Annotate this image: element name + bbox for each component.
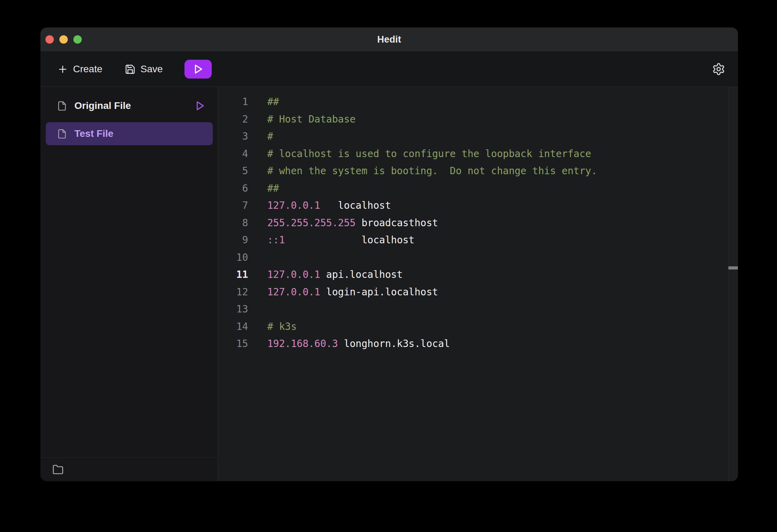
line-number: 14	[218, 318, 248, 335]
code-segment-plain	[356, 217, 362, 229]
scrollbar-track[interactable]	[728, 87, 738, 481]
code-segment-comment: # when the system is booting. Do not cha…	[267, 165, 597, 177]
code-segment-host: broadcasthost	[362, 217, 438, 229]
line-text: 192.168.60.3 longhorn.k3s.local	[267, 335, 450, 353]
scrollbar-thumb[interactable]	[728, 266, 738, 269]
file-icon	[57, 129, 67, 139]
line-text: # Host Database	[267, 111, 356, 128]
line-text: # localhost is used to configure the loo…	[267, 145, 591, 163]
sidebar: Original File Test File	[41, 87, 218, 481]
line-number: 2	[218, 111, 248, 128]
code-line: 9 ::1 localhost	[218, 231, 738, 249]
line-number: 11	[218, 266, 248, 283]
line-number: 13	[218, 301, 248, 318]
code-lines: 1 ## 2 # Host Database 3 # 4 # localhost…	[218, 93, 738, 353]
line-number: 8	[218, 214, 248, 232]
toolbar: Create Save	[41, 52, 738, 87]
code-line: 12 127.0.0.1 login-api.localhost	[218, 283, 738, 301]
code-segment-host: localhost	[338, 200, 391, 211]
gear-icon	[712, 62, 725, 76]
sidebar-file-item[interactable]: Original File	[46, 94, 213, 117]
file-list: Original File Test File	[41, 87, 218, 457]
code-segment-ip: ::1	[267, 234, 285, 246]
create-button[interactable]: Create	[57, 64, 102, 75]
line-text: 255.255.255.255 broadcasthost	[267, 214, 438, 232]
settings-button[interactable]	[712, 62, 725, 76]
line-number: 10	[218, 249, 248, 266]
code-line: 11 127.0.0.1 api.localhost	[218, 266, 738, 283]
save-button-label: Save	[140, 64, 163, 75]
code-segment-host: api.localhost	[326, 269, 403, 280]
code-segment-ip: 127.0.0.1	[267, 286, 320, 298]
line-text: # when the system is booting. Do not cha…	[267, 162, 597, 180]
run-icon	[193, 64, 203, 74]
line-number: 6	[218, 180, 248, 197]
code-segment-comment: ##	[267, 183, 279, 194]
code-line: 14 # k3s	[218, 318, 738, 335]
file-icon	[57, 101, 67, 111]
code-line: 1 ##	[218, 93, 738, 111]
code-line: 5 # when the system is booting. Do not c…	[218, 162, 738, 180]
line-number: 9	[218, 231, 248, 249]
line-text: 127.0.0.1 localhost	[267, 197, 391, 214]
run-button[interactable]	[184, 60, 212, 79]
code-line: 3 #	[218, 128, 738, 145]
code-segment-plain	[320, 286, 326, 298]
line-number: 4	[218, 145, 248, 163]
line-number: 7	[218, 197, 248, 214]
line-text: 127.0.0.1 api.localhost	[267, 266, 403, 283]
code-segment-comment: #	[267, 131, 273, 142]
code-line: 10	[218, 249, 738, 266]
code-line: 15 192.168.60.3 longhorn.k3s.local	[218, 335, 738, 353]
line-text: 127.0.0.1 login-api.localhost	[267, 283, 438, 301]
window-title: Hedit	[41, 34, 738, 45]
code-line: 2 # Host Database	[218, 111, 738, 128]
folder-icon[interactable]	[52, 464, 64, 475]
play-icon[interactable]	[195, 101, 205, 111]
file-item-label: Test File	[74, 128, 114, 139]
save-icon	[125, 64, 136, 75]
code-segment-host: longhorn.k3s.local	[344, 338, 450, 349]
code-segment-comment: # localhost is used to configure the loo…	[267, 148, 591, 160]
sidebar-footer	[41, 457, 218, 481]
line-text: ::1 localhost	[267, 231, 414, 249]
code-segment-host: login-api.localhost	[326, 286, 438, 298]
line-number: 3	[218, 128, 248, 145]
code-editor[interactable]: 1 ## 2 # Host Database 3 # 4 # localhost…	[218, 87, 738, 481]
line-number: 15	[218, 335, 248, 353]
line-text: # k3s	[267, 318, 297, 335]
save-button[interactable]: Save	[125, 64, 163, 75]
code-line: 7 127.0.0.1 localhost	[218, 197, 738, 214]
code-segment-comment: # Host Database	[267, 113, 356, 125]
code-segment-host: localhost	[362, 234, 415, 246]
code-line: 8 255.255.255.255 broadcasthost	[218, 214, 738, 232]
app-window: Hedit Create Save Original File Test Fil…	[41, 28, 738, 481]
line-text: #	[267, 128, 273, 145]
code-segment-plain	[285, 234, 362, 246]
code-segment-ip: 127.0.0.1	[267, 269, 320, 280]
code-line: 13	[218, 301, 738, 318]
line-number: 5	[218, 162, 248, 180]
code-segment-plain	[320, 200, 338, 211]
file-item-label: Original File	[74, 100, 131, 111]
code-line: 6 ##	[218, 180, 738, 197]
main-content: Original File Test File 1 ## 2 # Host Da…	[41, 87, 738, 481]
title-bar: Hedit	[41, 28, 738, 52]
code-line: 4 # localhost is used to configure the l…	[218, 145, 738, 163]
code-segment-comment: # k3s	[267, 321, 297, 332]
line-number: 1	[218, 93, 248, 111]
code-segment-ip: 255.255.255.255	[267, 217, 356, 229]
code-segment-plain	[320, 269, 326, 280]
line-text: ##	[267, 93, 279, 111]
code-segment-plain	[338, 338, 344, 349]
create-button-label: Create	[73, 64, 102, 75]
line-text: ##	[267, 180, 279, 197]
sidebar-file-item[interactable]: Test File	[46, 122, 213, 145]
code-segment-ip: 127.0.0.1	[267, 200, 320, 211]
plus-icon	[57, 64, 68, 75]
code-segment-comment: ##	[267, 96, 279, 108]
code-segment-ip: 192.168.60.3	[267, 338, 338, 349]
line-number: 12	[218, 283, 248, 301]
